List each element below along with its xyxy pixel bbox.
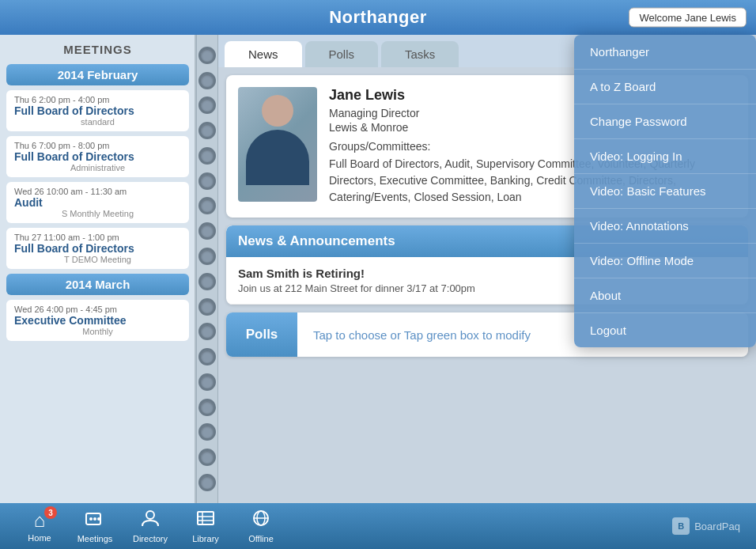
spiral-ring [198, 147, 216, 165]
spiral-ring [198, 323, 216, 340]
spiral-ring [198, 172, 216, 190]
dropdown-menu: Northanger A to Z Board Change Password … [574, 35, 756, 347]
spiral-binding [196, 35, 218, 503]
spiral-ring [198, 248, 216, 265]
spiral-ring [198, 47, 216, 64]
meeting-item[interactable]: Wed 26 4:00 pm - 4:45 pm Executive Commi… [6, 300, 189, 341]
meeting-item[interactable]: Thu 6 7:00 pm - 8:00 pm Full Board of Di… [6, 136, 189, 177]
tab-news[interactable]: News [225, 41, 302, 67]
svg-point-3 [97, 517, 100, 521]
dropdown-item-video-basic[interactable]: Video: Basic Features [574, 174, 756, 209]
main-content: MEETINGS 2014 February Thu 6 2:00 pm - 4… [0, 35, 756, 503]
spiral-ring [198, 373, 216, 391]
nav-item-offline[interactable]: Offline [237, 509, 285, 543]
tab-tasks[interactable]: Tasks [381, 41, 459, 67]
svg-point-2 [93, 517, 96, 521]
sidebar-title: MEETINGS [6, 43, 189, 56]
nav-item-directory[interactable]: Directory [127, 509, 174, 543]
bottom-navigation: ⌂ 3 Home Meetings Director [0, 503, 756, 549]
month-header-march: 2014 March [6, 274, 189, 295]
person-body-icon [246, 130, 309, 185]
content-wrapper: News Polls Tasks Jane Lewis Managing Dir… [218, 35, 756, 503]
nav-label-meetings: Meetings [77, 534, 113, 543]
dropdown-item-video-logging[interactable]: Video: Logging In [574, 139, 756, 174]
nav-label-offline: Offline [248, 534, 274, 543]
app-title: Northanger [329, 7, 427, 28]
dropdown-item-logout[interactable]: Logout [574, 313, 756, 347]
dropdown-item-video-offline[interactable]: Video: Offline Mode [574, 244, 756, 278]
spiral-ring [198, 399, 216, 416]
library-icon [195, 509, 216, 532]
polls-instruction: Tap to choose or Tap green box to modify [297, 316, 546, 354]
profile-photo [238, 87, 317, 202]
meeting-item[interactable]: Thu 6 2:00 pm - 4:00 pm Full Board of Di… [6, 90, 189, 131]
nav-label-home: Home [28, 533, 51, 543]
directory-icon [140, 509, 161, 532]
dropdown-item-atoz[interactable]: A to Z Board [574, 70, 756, 104]
offline-icon [251, 509, 271, 532]
nav-item-home[interactable]: ⌂ 3 Home [16, 509, 63, 543]
meeting-item[interactable]: Thu 27 11:00 am - 1:00 pm Full Board of … [6, 228, 189, 269]
home-badge: 3 [44, 506, 57, 519]
spiral-ring [198, 197, 216, 214]
nav-items: ⌂ 3 Home Meetings Director [16, 509, 285, 543]
spiral-ring [198, 72, 216, 89]
spiral-ring [198, 348, 216, 365]
boardpaq-icon: B [672, 517, 690, 535]
spiral-ring [198, 449, 216, 466]
spiral-ring [198, 474, 216, 491]
nav-label-directory: Directory [133, 534, 168, 543]
polls-label: Polls [226, 312, 297, 357]
boardpaq-label: BoardPaq [694, 521, 740, 532]
tab-polls[interactable]: Polls [305, 41, 379, 67]
nav-item-library[interactable]: Library [182, 509, 229, 543]
meetings-icon [85, 509, 105, 532]
dropdown-item-change-password[interactable]: Change Password [574, 104, 756, 139]
nav-item-meetings[interactable]: Meetings [71, 509, 119, 543]
app-header: Northanger Welcome Jane Lewis [0, 0, 756, 35]
meeting-item[interactable]: Wed 26 10:00 am - 11:30 am Audit S Month… [6, 182, 189, 223]
dropdown-item-video-annotations[interactable]: Video: Annotations [574, 209, 756, 244]
dropdown-item-northanger[interactable]: Northanger [574, 35, 756, 70]
boardpaq-logo: B BoardPaq [672, 517, 740, 535]
month-header-february: 2014 February [6, 64, 189, 85]
spiral-ring [198, 273, 216, 290]
sidebar: MEETINGS 2014 February Thu 6 2:00 pm - 4… [0, 35, 196, 503]
svg-point-1 [89, 517, 93, 521]
dropdown-item-about[interactable]: About [574, 278, 756, 313]
spiral-ring [198, 423, 216, 441]
spiral-ring [198, 222, 216, 240]
spiral-ring [198, 298, 216, 316]
welcome-button[interactable]: Welcome Jane Lewis [629, 8, 747, 28]
person-head-icon [262, 95, 293, 127]
spiral-ring [198, 122, 216, 139]
spiral-ring [198, 97, 216, 114]
nav-label-library: Library [192, 534, 219, 543]
svg-rect-5 [198, 512, 214, 524]
svg-point-4 [146, 511, 154, 519]
